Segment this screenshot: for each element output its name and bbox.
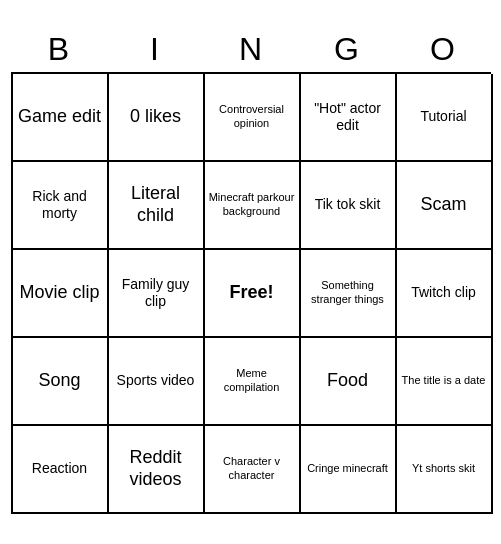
bingo-card: BINGO Game edit0 likesControversial opin… bbox=[11, 31, 491, 514]
cell-r2-c3: Something stranger things bbox=[301, 250, 397, 338]
cell-r2-c4: Twitch clip bbox=[397, 250, 493, 338]
header-letter: G bbox=[303, 31, 391, 68]
cell-r1-c2: Minecraft parkour background bbox=[205, 162, 301, 250]
cell-r0-c3: "Hot" actor edit bbox=[301, 74, 397, 162]
cell-r0-c2: Controversial opinion bbox=[205, 74, 301, 162]
cell-r3-c0: Song bbox=[13, 338, 109, 426]
cell-r3-c3: Food bbox=[301, 338, 397, 426]
cell-r0-c4: Tutorial bbox=[397, 74, 493, 162]
cell-r4-c0: Reaction bbox=[13, 426, 109, 514]
cell-r2-c1: Family guy clip bbox=[109, 250, 205, 338]
cell-r4-c2: Character v character bbox=[205, 426, 301, 514]
header-letter: I bbox=[111, 31, 199, 68]
header-letter: O bbox=[399, 31, 487, 68]
bingo-header: BINGO bbox=[11, 31, 491, 68]
cell-r2-c0: Movie clip bbox=[13, 250, 109, 338]
cell-r3-c1: Sports video bbox=[109, 338, 205, 426]
header-letter: N bbox=[207, 31, 295, 68]
cell-r4-c1: Reddit videos bbox=[109, 426, 205, 514]
cell-r3-c2: Meme compilation bbox=[205, 338, 301, 426]
cell-r1-c1: Literal child bbox=[109, 162, 205, 250]
cell-r4-c3: Cringe minecraft bbox=[301, 426, 397, 514]
bingo-grid: Game edit0 likesControversial opinion"Ho… bbox=[11, 72, 491, 514]
cell-r4-c4: Yt shorts skit bbox=[397, 426, 493, 514]
cell-r1-c3: Tik tok skit bbox=[301, 162, 397, 250]
cell-r0-c0: Game edit bbox=[13, 74, 109, 162]
cell-r1-c4: Scam bbox=[397, 162, 493, 250]
header-letter: B bbox=[15, 31, 103, 68]
cell-r3-c4: The title is a date bbox=[397, 338, 493, 426]
cell-r0-c1: 0 likes bbox=[109, 74, 205, 162]
cell-r2-c2: Free! bbox=[205, 250, 301, 338]
cell-r1-c0: Rick and morty bbox=[13, 162, 109, 250]
